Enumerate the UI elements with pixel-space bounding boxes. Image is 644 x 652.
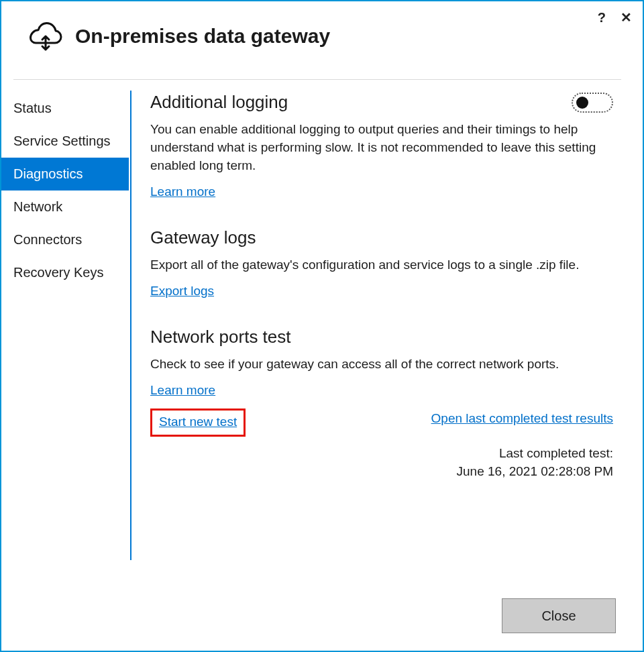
sidebar-item-diagnostics[interactable]: Diagnostics <box>1 158 129 191</box>
section-network-ports: Network ports test Check to see if your … <box>150 327 613 481</box>
last-completed-info: Last completed test: June 16, 2021 02:28… <box>150 445 613 481</box>
sidebar-item-network[interactable]: Network <box>1 191 129 223</box>
toggle-knob-icon <box>576 97 588 109</box>
titlebar-controls: ? ✕ <box>598 9 632 25</box>
network-ports-learn-more-link[interactable]: Learn more <box>150 383 215 397</box>
additional-logging-title: Additional logging <box>150 92 288 113</box>
close-button[interactable]: Close <box>502 598 616 633</box>
sidebar-item-recovery-keys[interactable]: Recovery Keys <box>1 256 129 289</box>
open-last-results-link[interactable]: Open last completed test results <box>431 411 613 426</box>
last-completed-time: June 16, 2021 02:28:08 PM <box>150 463 613 481</box>
gateway-logs-desc: Export all of the gateway's configuratio… <box>150 256 613 274</box>
cloud-gateway-icon <box>28 20 63 52</box>
sidebar-item-service-settings[interactable]: Service Settings <box>1 125 129 158</box>
network-ports-desc: Check to see if your gateway can access … <box>150 356 613 374</box>
export-logs-link[interactable]: Export logs <box>150 284 214 298</box>
header: On-premises data gateway <box>1 1 643 67</box>
sidebar-item-connectors[interactable]: Connectors <box>1 223 129 256</box>
additional-logging-desc: You can enable additional logging to out… <box>150 121 613 175</box>
gateway-logs-title: Gateway logs <box>150 227 256 248</box>
body: Status Service Settings Diagnostics Netw… <box>1 80 643 560</box>
start-new-test-link[interactable]: Start new test <box>159 415 237 429</box>
sidebar: Status Service Settings Diagnostics Netw… <box>1 80 129 289</box>
additional-logging-learn-more-link[interactable]: Learn more <box>150 184 215 199</box>
window-close-button[interactable]: ✕ <box>621 9 632 25</box>
start-new-test-highlight: Start new test <box>150 409 246 437</box>
app-window: ? ✕ On-premises data gateway Status Serv… <box>0 0 644 652</box>
last-completed-label: Last completed test: <box>150 445 613 463</box>
content-pane: Additional logging You can enable additi… <box>131 80 643 486</box>
network-ports-title: Network ports test <box>150 327 291 347</box>
section-additional-logging: Additional logging You can enable additi… <box>150 92 613 199</box>
sidebar-item-status[interactable]: Status <box>1 92 129 125</box>
help-button[interactable]: ? <box>598 10 606 25</box>
footer: Close <box>502 598 616 633</box>
section-gateway-logs: Gateway logs Export all of the gateway's… <box>150 227 613 298</box>
page-title: On-premises data gateway <box>75 25 330 48</box>
additional-logging-toggle[interactable] <box>572 93 613 113</box>
